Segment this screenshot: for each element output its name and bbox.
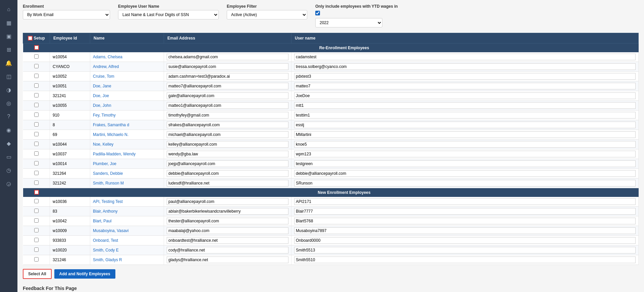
headset-icon[interactable]: ◉ [3,124,15,136]
row-username-input[interactable] [294,54,636,60]
bell-icon[interactable]: 🔔 [3,57,15,69]
row-username-input[interactable] [294,257,636,263]
row-email-input[interactable] [167,160,288,167]
table-row: 8 Frakes, Samantha d [23,120,639,130]
grid-icon[interactable]: ⊞ [3,44,15,56]
row-checkbox[interactable] [34,83,39,88]
bulb-icon[interactable]: ◎ [3,97,15,109]
row-email-input[interactable] [167,112,288,119]
briefcase-icon[interactable]: ▣ [3,30,15,42]
shopping-bag-icon[interactable]: ◫ [3,70,15,82]
row-checkbox[interactable] [34,238,39,242]
table-row: w10044 Noe, Kelley [23,140,639,149]
row-checkbox[interactable] [34,257,39,262]
row-email-input[interactable] [167,247,288,253]
row-email-input[interactable] [167,83,288,89]
username-select[interactable]: Last Name & Last Four Digits of SSN Emai… [118,10,219,19]
empfilter-select[interactable]: Active (Active) All Inactive [227,10,307,19]
row-username-input[interactable] [294,227,636,234]
row-email [164,91,291,101]
row-name: Smith, Cody E [90,245,164,255]
chart-icon[interactable]: ▦ [3,17,15,29]
row-username-input[interactable] [294,247,636,253]
row-email-input[interactable] [167,198,288,205]
row-email-input[interactable] [167,122,288,128]
row-checkbox[interactable] [34,161,39,165]
row-email-input[interactable] [167,131,288,138]
employee-table-container: Setup Employee Id Name Email Address Use… [23,33,639,265]
clock-icon[interactable]: ◷ [3,164,15,176]
row-checkbox-cell [23,120,50,130]
monitor-icon[interactable]: ▭ [3,151,15,163]
row-email-input[interactable] [167,170,288,177]
row-email-input[interactable] [167,208,288,215]
enrollment-select[interactable]: By Work Email By Personal Email By SSN [23,10,110,19]
question-icon[interactable]: ? [3,111,15,123]
row-email-input[interactable] [167,73,288,80]
row-email-input[interactable] [167,180,288,187]
row-email-input[interactable] [167,141,288,148]
row-name: Plumber, Joe [90,159,164,169]
row-username-input[interactable] [294,218,636,224]
row-name: Musaboyina, Vasavi [90,226,164,236]
row-email-input[interactable] [167,257,288,263]
row-checkbox[interactable] [34,209,39,213]
row-username-input[interactable] [294,151,636,157]
row-email-input[interactable] [167,237,288,244]
row-checkbox[interactable] [34,103,39,107]
row-checkbox[interactable] [34,151,39,156]
row-username-input[interactable] [294,83,636,89]
row-checkbox[interactable] [34,122,39,127]
row-username-input[interactable] [294,122,636,128]
row-email-input[interactable] [167,92,288,99]
row-checkbox[interactable] [34,218,39,223]
graduation-icon[interactable]: ◑ [3,84,15,96]
row-checkbox[interactable] [34,132,39,136]
row-name: Smith, Runson M [90,178,164,188]
home-icon[interactable]: ⌂ [3,3,15,15]
row-checkbox[interactable] [34,199,39,203]
row-name: Cruise, Tom [90,72,164,81]
row-email-input[interactable] [167,63,288,70]
ytd-year-select[interactable]: 2022 2021 2020 [315,18,382,27]
row-username-input[interactable] [294,180,636,187]
history-icon[interactable]: ◶ [3,177,15,190]
row-email [164,52,291,62]
row-username-input[interactable] [294,92,636,99]
row-checkbox[interactable] [34,54,39,59]
row-checkbox[interactable] [34,64,39,68]
row-username-input[interactable] [294,160,636,167]
row-username-input[interactable] [294,102,636,109]
row-email-input[interactable] [167,227,288,234]
row-username-input[interactable] [294,170,636,177]
row-empid: 933833 [50,236,90,245]
row-email-input[interactable] [167,102,288,109]
row-username-input[interactable] [294,237,636,244]
row-checkbox[interactable] [34,93,39,97]
select-all-button[interactable]: Select All [23,269,52,279]
row-email-input[interactable] [167,218,288,224]
add-notify-button[interactable]: Add and Notify Employees [54,269,115,279]
row-email-input[interactable] [167,151,288,157]
row-username-input[interactable] [294,112,636,119]
row-checkbox[interactable] [34,228,39,232]
row-checkbox[interactable] [34,247,39,252]
row-checkbox[interactable] [34,180,39,185]
ytd-checkbox[interactable] [315,11,320,15]
row-username-input[interactable] [294,198,636,205]
row-username-input[interactable] [294,63,636,70]
row-username-input[interactable] [294,141,636,148]
row-checkbox[interactable] [34,113,39,117]
row-username-input[interactable] [294,131,636,138]
row-username-input[interactable] [294,208,636,215]
row-email-input[interactable] [167,54,288,60]
row-email [164,245,291,255]
row-checkbox[interactable] [34,171,39,175]
lock-icon[interactable]: ◆ [3,137,15,149]
row-username [291,91,639,101]
row-checkbox[interactable] [34,142,39,146]
row-name: Noe, Kelley [90,140,164,149]
row-username-input[interactable] [294,73,636,80]
row-name: Doe, Jane [90,81,164,91]
row-checkbox[interactable] [34,74,39,78]
